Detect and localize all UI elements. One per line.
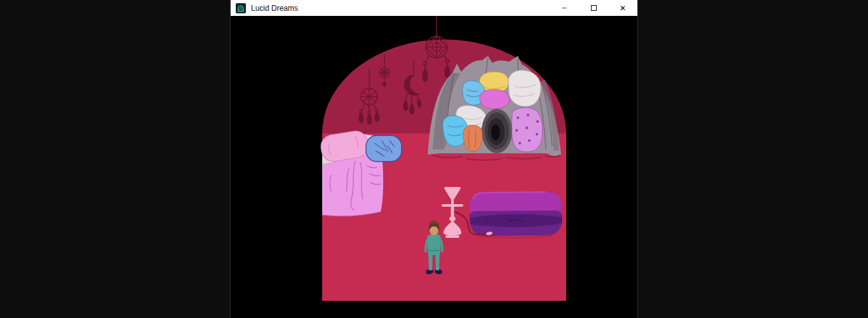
character-leg-left [428, 252, 433, 270]
game-canvas[interactable] [231, 16, 637, 318]
game-viewport[interactable] [231, 16, 637, 318]
close-button[interactable]: ✕ [608, 0, 637, 16]
game-window: Lucid Dreams ─ ✕ [231, 0, 637, 318]
pillow-pink-center [480, 90, 510, 109]
character-leg-right [435, 252, 440, 270]
floor-couch[interactable] [470, 192, 563, 238]
couch-seat-shadow-band [470, 214, 562, 227]
minimize-button[interactable]: ─ [550, 0, 579, 16]
close-icon: ✕ [620, 4, 626, 12]
pillow-purple-quilted [512, 107, 542, 152]
pillow-white-right [508, 71, 541, 107]
titlebar[interactable]: Lucid Dreams ─ ✕ [231, 0, 637, 16]
pillow-orange [463, 125, 482, 151]
cave-entrance[interactable] [482, 109, 512, 153]
minimize-icon: ─ [562, 5, 566, 11]
lucid-dreams-app-icon[interactable] [236, 3, 246, 13]
character-torso [427, 234, 441, 255]
maximize-icon [591, 5, 597, 11]
maximize-button[interactable] [579, 0, 608, 16]
window-title: Lucid Dreams [251, 4, 550, 13]
desktop-background: Lucid Dreams ─ ✕ [0, 0, 868, 318]
bed-pillow-blue [366, 135, 402, 162]
